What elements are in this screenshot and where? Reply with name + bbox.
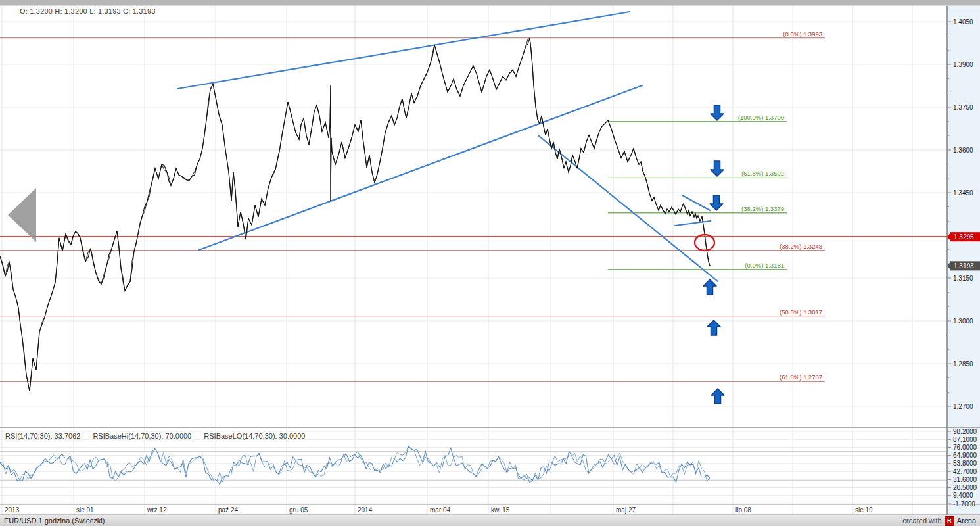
svg-text:98.2000: 98.2000 bbox=[953, 428, 977, 435]
svg-text:64.9000: 64.9000 bbox=[953, 452, 977, 459]
svg-text:(0.0%) 1.3993: (0.0%) 1.3993 bbox=[783, 30, 822, 37]
status-bar: EUR/USD 1 godzina (Świeczki) created wit… bbox=[0, 515, 980, 526]
svg-text:(61.8%) 1.3502: (61.8%) 1.3502 bbox=[741, 170, 784, 177]
svg-text:kwi 15: kwi 15 bbox=[491, 506, 510, 514]
svg-text:1.3295: 1.3295 bbox=[954, 233, 974, 241]
rsi-basehi-label: RSIBaseHi(14,70,30): 70.0000 bbox=[93, 432, 191, 440]
last-price-tag: 1.3193 bbox=[947, 261, 980, 270]
svg-text:87.1000: 87.1000 bbox=[953, 436, 977, 443]
svg-text:1.3900: 1.3900 bbox=[953, 61, 973, 68]
svg-text:(50.0%) 1.3017: (50.0%) 1.3017 bbox=[780, 308, 822, 316]
svg-text:sie 01: sie 01 bbox=[76, 506, 94, 514]
svg-text:1.3600: 1.3600 bbox=[953, 147, 973, 154]
svg-text:lip 08: lip 08 bbox=[735, 506, 751, 514]
svg-text:(38.2%) 1.3248: (38.2%) 1.3248 bbox=[780, 243, 822, 250]
svg-text:(0.0%) 1.3181: (0.0%) 1.3181 bbox=[745, 262, 784, 269]
rsi-indicator-header: RSI(14,70,30): 33.7062 RSIBaseHi(14,70,3… bbox=[5, 432, 315, 440]
svg-text:1.4050: 1.4050 bbox=[953, 18, 973, 26]
chart-canvas[interactable]: 1.40501.39001.37501.36001.34501.33001.31… bbox=[0, 0, 980, 526]
svg-text:9.4000: 9.4000 bbox=[953, 492, 973, 499]
svg-text:1.3750: 1.3750 bbox=[953, 104, 973, 111]
credit-text: created with bbox=[902, 517, 941, 525]
svg-text:(38.2%) 1.3379: (38.2%) 1.3379 bbox=[741, 205, 784, 212]
window-top-strip bbox=[0, 0, 980, 6]
ohlc-readout: O: 1.3200 H: 1.3200 L: 1.3193 C: 1.3193 bbox=[20, 7, 156, 15]
svg-text:1.2700: 1.2700 bbox=[953, 403, 973, 410]
svg-text:(61.8%) 1.2787: (61.8%) 1.2787 bbox=[780, 373, 822, 381]
svg-text:wrz 12: wrz 12 bbox=[147, 506, 167, 514]
svg-text:1.3000: 1.3000 bbox=[953, 318, 973, 325]
svg-text:20.5000: 20.5000 bbox=[953, 484, 977, 491]
arena-logo-icon: R bbox=[945, 516, 954, 526]
svg-text:42.7000: 42.7000 bbox=[953, 468, 977, 475]
svg-text:gru 05: gru 05 bbox=[289, 506, 308, 514]
rsi-baselo-label: RSIBaseLO(14,70,30): 30.0000 bbox=[204, 432, 305, 440]
scroll-left-button[interactable] bbox=[8, 188, 36, 242]
trading-platform-window: { "price_pane": { "ohlc_text": "O: 1.320… bbox=[0, 0, 980, 526]
svg-text:maj 27: maj 27 bbox=[616, 506, 636, 514]
svg-text:2014: 2014 bbox=[358, 506, 373, 514]
svg-text:1.3150: 1.3150 bbox=[953, 275, 973, 282]
svg-text:mar 04: mar 04 bbox=[430, 506, 451, 514]
brand-name[interactable]: Arena bbox=[957, 517, 976, 525]
svg-text:paź 24: paź 24 bbox=[218, 506, 238, 514]
credit-area: created with R Arena bbox=[902, 516, 976, 526]
svg-text:1.2850: 1.2850 bbox=[953, 360, 973, 368]
current-price-tag: 1.3295 bbox=[947, 232, 980, 241]
svg-text:-1.7000: -1.7000 bbox=[953, 500, 975, 508]
svg-text:1.3193: 1.3193 bbox=[954, 262, 974, 270]
svg-text:1.3450: 1.3450 bbox=[953, 189, 973, 197]
svg-text:53.8000: 53.8000 bbox=[953, 460, 977, 467]
svg-text:(100.0%) 1.3700: (100.0%) 1.3700 bbox=[738, 114, 784, 121]
rsi-value-label: RSI(14,70,30): 33.7062 bbox=[5, 432, 80, 440]
svg-text:2013: 2013 bbox=[5, 506, 20, 514]
instrument-label: EUR/USD 1 godzina (Świeczki) bbox=[4, 517, 105, 525]
svg-text:31.6000: 31.6000 bbox=[953, 476, 977, 483]
svg-text:sie 19: sie 19 bbox=[855, 506, 873, 514]
svg-text:76.0000: 76.0000 bbox=[953, 444, 977, 451]
